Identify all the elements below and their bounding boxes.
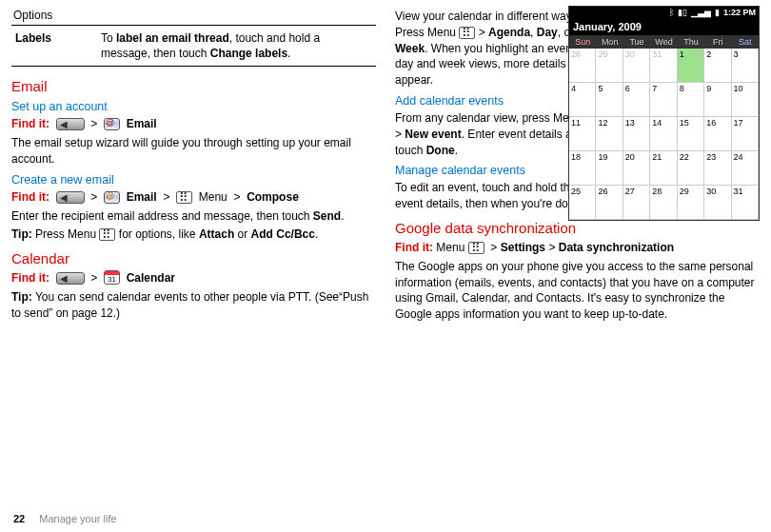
calendar-cell: 2 xyxy=(704,49,731,83)
menu-icon xyxy=(99,228,115,241)
calendar-cell: 21 xyxy=(650,151,677,186)
signal-icon: ▮▯ xyxy=(678,8,687,17)
options-desc: To label an email thread, touch and hold… xyxy=(97,26,376,67)
calendar-cell: 12 xyxy=(596,117,623,151)
clock-time: 1:22 PM xyxy=(723,8,756,17)
calendar-icon xyxy=(104,270,120,285)
calendar-cell: 14 xyxy=(650,117,677,151)
calendar-cell: 15 xyxy=(678,117,704,151)
calendar-cell: 10 xyxy=(732,83,759,117)
email-create-tip: Tip: Press Menu for options, like Attach… xyxy=(11,227,376,243)
calendar-cell: 28 xyxy=(650,186,677,220)
calendar-cell: 1 xyxy=(678,49,704,83)
calendar-cell: 5 xyxy=(596,83,623,117)
page-footer: 22 Manage your life xyxy=(13,513,117,524)
calendar-cell: 30 xyxy=(704,186,731,220)
calendar-tip: Tip: You can send calendar events to oth… xyxy=(11,289,376,322)
options-header: Options xyxy=(11,6,376,26)
status-bar: ᛒ ▮▯ ▁▃▅ ▮ 1:22 PM xyxy=(569,7,759,18)
battery-icon: ▮ xyxy=(715,8,720,17)
email-icon xyxy=(104,118,120,130)
email-icon xyxy=(104,191,120,204)
dow-thu: Thu xyxy=(678,35,704,49)
calendar-cell: 31 xyxy=(732,186,759,220)
calendar-cell: 24 xyxy=(732,151,759,186)
tray-icon xyxy=(56,272,85,285)
google-findit: Find it: Menu > Settings > Data synchron… xyxy=(395,240,760,256)
calendar-heading: Calendar xyxy=(11,250,376,266)
calendar-cell: 17 xyxy=(732,117,759,151)
email-create-findit: Find it: > Email > Menu > Compose xyxy=(11,189,376,206)
calendar-cell: 26 xyxy=(596,186,623,220)
dow-wed: Wed xyxy=(650,35,677,49)
calendar-cell: 8 xyxy=(678,83,704,117)
options-table: Options Labels To label an email thread,… xyxy=(11,6,376,67)
calendar-cell: 13 xyxy=(623,117,650,151)
email-create-text: Enter the recipient email address and me… xyxy=(11,208,376,225)
google-text: The Google apps on your phone give you a… xyxy=(395,259,760,323)
calendar-dow-row: SunMonTueWedThuFriSat xyxy=(569,35,759,49)
tray-icon xyxy=(56,118,85,130)
email-setup-text: The email setup wizard will guide you th… xyxy=(11,135,376,167)
calendar-cell: 16 xyxy=(704,117,731,151)
calendar-cell: 9 xyxy=(704,83,731,117)
menu-icon xyxy=(176,191,192,204)
calendar-cell: 25 xyxy=(569,186,596,220)
section-name: Manage your life xyxy=(39,513,116,524)
calendar-cell: 28 xyxy=(569,49,596,83)
calendar-findit: Find it: > Calendar xyxy=(11,270,376,286)
page-number: 22 xyxy=(13,513,25,524)
calendar-cell: 3 xyxy=(732,49,759,83)
calendar-cell: 31 xyxy=(650,49,677,83)
calendar-cell: 6 xyxy=(623,83,650,117)
calendar-cell: 19 xyxy=(596,151,623,186)
email-setup-heading: Set up an account xyxy=(11,100,376,113)
calendar-cell: 18 xyxy=(569,151,596,186)
calendar-grid: 2829303112345678910111213141516171819202… xyxy=(569,49,759,220)
calendar-cell: 7 xyxy=(650,83,677,117)
calendar-month-title: January, 2009 xyxy=(569,18,759,35)
calendar-cell: 4 xyxy=(569,83,596,117)
email-setup-findit: Find it: > Email xyxy=(11,116,376,132)
calendar-cell: 27 xyxy=(623,186,650,220)
options-label: Labels xyxy=(11,26,97,67)
calendar-cell: 23 xyxy=(704,151,731,186)
calendar-cell: 22 xyxy=(678,151,704,186)
dow-sun: Sun xyxy=(569,35,596,49)
menu-icon xyxy=(459,27,475,39)
dow-mon: Mon xyxy=(596,35,623,49)
calendar-cell: 29 xyxy=(596,49,623,83)
calendar-cell: 11 xyxy=(569,117,596,151)
phone-calendar-preview: ᛒ ▮▯ ▁▃▅ ▮ 1:22 PM January, 2009 SunMonT… xyxy=(568,6,760,221)
calendar-cell: 29 xyxy=(678,186,704,220)
google-heading: Google data synchronization xyxy=(395,220,760,236)
menu-icon xyxy=(468,242,484,254)
email-heading: Email xyxy=(11,78,376,94)
bluetooth-icon: ᛒ xyxy=(669,8,674,17)
signal-bars-icon: ▁▃▅ xyxy=(691,8,711,17)
dow-tue: Tue xyxy=(623,35,650,49)
calendar-cell: 30 xyxy=(623,49,650,83)
dow-sat: Sat xyxy=(732,35,759,49)
dow-fri: Fri xyxy=(704,35,731,49)
email-create-heading: Create a new email xyxy=(11,173,376,187)
calendar-cell: 20 xyxy=(623,151,650,186)
tray-icon xyxy=(56,191,85,204)
